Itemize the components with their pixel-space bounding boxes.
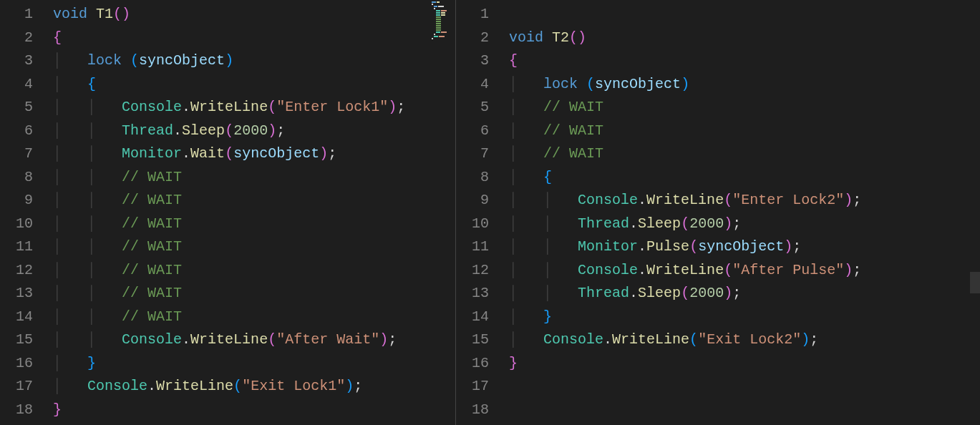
code-line[interactable]: │ { [44,73,455,97]
scrollbar-thumb[interactable] [970,272,980,293]
identifier-syncobject: syncObject [595,76,681,92]
code-line[interactable]: │ // WAIT [500,119,980,143]
code-line[interactable]: │ │ Thread.Sleep(2000); [44,119,455,143]
type-console: Console [122,99,182,115]
comment: // WAIT [122,238,182,255]
line-number: 7 [0,142,33,166]
code-line[interactable]: │ } [44,352,455,376]
code-line[interactable]: │ │ Console.WriteLine("After Wait"); [44,328,455,352]
code-line[interactable]: │ } [500,306,980,329]
string-literal: "After Wait" [276,331,379,348]
line-number: 4 [456,73,489,97]
method-writeline: WriteLine [612,331,689,348]
code-line[interactable]: void T1() [44,3,455,26]
line-number: 1 [0,3,33,26]
line-number: 16 [456,352,489,376]
method-writeline: WriteLine [646,192,724,208]
code-line[interactable]: │ // WAIT [500,142,980,166]
code-line[interactable]: │ │ Console.WriteLine("Enter Lock2"); [500,189,980,212]
method-sleep: Sleep [638,215,681,232]
line-gutter-left: 1 2 3 4 5 6 7 8 9 10 11 12 13 14 15 16 1… [0,0,44,425]
comment: // WAIT [122,192,182,208]
comment: // WAIT [122,169,182,185]
line-number: 2 [0,26,33,50]
line-number: 16 [0,352,33,376]
comment: // WAIT [122,285,182,301]
line-number: 17 [0,375,33,399]
code-line[interactable]: │ { [500,166,980,190]
code-line[interactable]: │ │ // WAIT [44,189,455,212]
split-editor: 1 2 3 4 5 6 7 8 9 10 11 12 13 14 15 16 1… [0,0,980,425]
line-number: 14 [456,306,489,329]
code-line[interactable]: │ │ Monitor.Wait(syncObject); [44,142,455,166]
code-line[interactable]: { [500,49,980,73]
comment: // WAIT [543,99,603,115]
type-thread: Thread [578,215,629,232]
line-number: 5 [0,96,33,119]
type-thread: Thread [122,122,173,139]
code-line[interactable]: │ │ // WAIT [44,212,455,236]
code-line[interactable] [500,3,980,26]
string-literal: "Exit Lock1" [242,378,345,394]
string-literal: "Enter Lock1" [276,99,388,115]
code-line[interactable]: } [500,352,980,376]
line-number: 6 [0,119,33,143]
code-line[interactable]: void T2() [500,26,980,50]
editor-pane-right[interactable]: 1 2 3 4 5 6 7 8 9 10 11 12 13 14 15 16 1… [456,0,980,425]
method-sleep: Sleep [182,122,225,139]
type-thread: Thread [578,285,629,301]
line-number: 13 [0,282,33,306]
code-line[interactable]: { [44,26,455,50]
string-literal: "After Pulse" [732,262,844,278]
code-line[interactable]: │ Console.WriteLine("Exit Lock2"); [500,328,980,352]
line-number: 9 [0,189,33,212]
method-writeline: WriteLine [190,331,268,348]
code-line[interactable]: │ │ Thread.Sleep(2000); [500,212,980,236]
comment: // WAIT [122,262,182,278]
type-console: Console [543,331,603,348]
line-number: 2 [456,26,489,50]
code-line[interactable]: │ lock (syncObject) [500,73,980,97]
comment: // WAIT [543,122,603,139]
number-literal: 2000 [689,285,724,301]
code-line[interactable]: │ │ // WAIT [44,306,455,329]
code-line[interactable]: │ │ Monitor.Pulse(syncObject); [500,235,980,259]
code-line[interactable]: } [44,399,455,422]
code-line[interactable] [500,399,980,422]
code-line[interactable]: │ │ // WAIT [44,166,455,190]
method-pulse: Pulse [646,238,689,255]
type-console: Console [87,378,147,394]
code-line[interactable]: │ │ // WAIT [44,235,455,259]
line-gutter-right: 1 2 3 4 5 6 7 8 9 10 11 12 13 14 15 16 1… [456,0,500,425]
code-line[interactable]: │ │ Thread.Sleep(2000); [500,282,980,306]
type-console: Console [122,331,182,348]
editor-pane-left[interactable]: 1 2 3 4 5 6 7 8 9 10 11 12 13 14 15 16 1… [0,0,455,425]
line-number: 5 [456,96,489,119]
keyword-lock: lock [543,76,578,92]
code-line[interactable]: │ │ Console.WriteLine("After Pulse"); [500,259,980,283]
string-literal: "Enter Lock2" [732,192,844,208]
function-name: T1 [96,6,113,22]
code-line[interactable]: │ Console.WriteLine("Exit Lock1"); [44,375,455,399]
code-line[interactable] [500,375,980,399]
code-line[interactable]: │ │ // WAIT [44,259,455,283]
code-line[interactable]: │ │ Console.WriteLine("Enter Lock1"); [44,96,455,119]
code-line[interactable]: │ lock (syncObject) [44,49,455,73]
line-number: 13 [456,282,489,306]
method-writeline: WriteLine [190,99,268,115]
code-line[interactable]: │ │ // WAIT [44,282,455,306]
comment: // WAIT [122,215,182,232]
code-line[interactable]: │ // WAIT [500,96,980,119]
line-number: 17 [456,375,489,399]
string-literal: "Exit Lock2" [698,331,801,348]
code-area-left[interactable]: void T1() { │ lock (syncObject) │ { │ │ … [44,0,455,425]
code-area-right[interactable]: void T2() { │ lock (syncObject) │ // WAI… [500,0,980,425]
minimap-left[interactable] [430,0,455,425]
line-number: 4 [0,73,33,97]
identifier-syncobject: syncObject [233,145,319,162]
line-number: 8 [456,166,489,190]
method-sleep: Sleep [638,285,681,301]
line-number: 18 [456,399,489,422]
number-literal: 2000 [233,122,268,139]
type-monitor: Monitor [122,145,182,162]
